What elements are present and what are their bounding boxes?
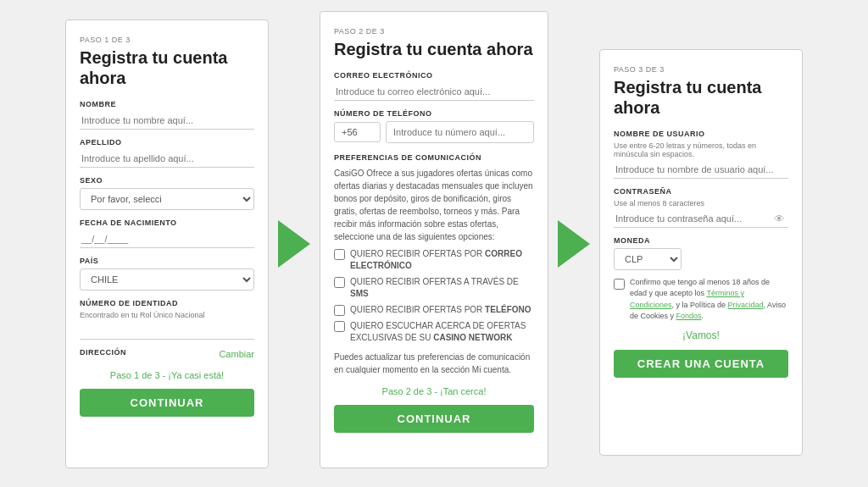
main-container: PASO 1 DE 3 Registra tu cuenta ahora NOM… [0,0,868,487]
username-input[interactable] [614,161,788,179]
checkbox-network-label: QUIERO ESCUCHAR ACERCA DE OFERTAS EXCLUS… [350,320,534,344]
username-label: NOMBRE DE USUARIO [614,130,788,138]
identidad-label: NÚMERO DE IDENTIDAD [80,299,254,307]
checkbox-email-row: QUIERO RECIBIR OFERTAS POR CORREO ELECTR… [334,248,534,272]
step3-crear-button[interactable]: CREAR UNA CUENTA [614,350,788,378]
username-hint: Use entre 6-20 letras y números, todas e… [614,141,788,158]
password-hint: Use al menos 8 caracteres [614,199,788,208]
arrow2-icon [558,220,590,268]
sexo-select[interactable]: Por favor, selecci [80,188,254,210]
checkbox-sms-row: QUIERO RECIBIR OFERTAS A TRAVÉS DE SMS [334,276,534,300]
moneda-select[interactable]: CLP [614,248,682,270]
pais-select[interactable]: CHILE [80,268,254,291]
checkbox-sms[interactable] [334,277,345,288]
step3-label: PASO 3 DE 3 [614,65,788,74]
email-input[interactable] [334,83,534,101]
phone-prefix: +56 [334,122,381,142]
password-input[interactable] [614,210,788,228]
confirm-row: Confirmo que tengo al menos 18 años de e… [614,277,788,323]
cambiar-link[interactable]: Cambiar [219,349,254,359]
confirm-checkbox[interactable] [614,279,625,290]
checkbox-network-row: QUIERO ESCUCHAR ACERCA DE OFERTAS EXCLUS… [334,320,534,344]
pais-label: PAÍS [80,257,254,265]
step1-continuar-button[interactable]: CONTINUAR [80,389,254,417]
fondos-link[interactable]: Fondos [676,312,702,320]
nombre-label: NOMBRE [80,100,254,108]
step2-card: PASO 2 DE 3 Registra tu cuenta ahora COR… [320,11,548,468]
password-label: CONTRASEÑA [614,187,788,196]
checkbox-email[interactable] [334,249,345,260]
apellido-label: APELLIDO [80,138,254,147]
eye-icon[interactable]: 👁 [774,213,785,225]
identidad-hint: Encontrado en tu Rol Único Nacional [80,311,254,319]
vamos-link[interactable]: ¡Vamos! [614,329,788,341]
step2-bottom-link: Paso 2 de 3 - ¡Tan cerca! [334,386,534,396]
nombre-input[interactable] [80,112,254,130]
checkbox-phone[interactable] [334,305,345,316]
checkbox-phone-label: QUIERO RECIBIR OFERTAS POR TELÉFONO [350,304,531,316]
password-field-row: 👁 [614,210,788,228]
step2-label: PASO 2 DE 3 [334,27,534,36]
step2-continuar-button[interactable]: CONTINUAR [334,405,534,433]
checkbox-phone-row: QUIERO RECIBIR OFERTAS POR TELÉFONO [334,304,534,316]
confirm-text: Confirmo que tengo al menos 18 años de e… [630,277,788,323]
phone-label: NÚMERO DE TELÉFONO [334,109,534,118]
pref-title: PREFERENCIAS DE COMUNICACIÓN [334,153,534,162]
fecha-input[interactable] [80,230,254,248]
arrow2-container [548,220,599,268]
pref-footer: Puedes actualizar tus preferencias de co… [334,351,534,376]
checkbox-sms-label: QUIERO RECIBIR OFERTAS A TRAVÉS DE SMS [350,276,534,300]
step2-title: Registra tu cuenta ahora [334,39,534,59]
step1-title: Registra tu cuenta ahora [80,47,254,88]
arrow1-icon [278,220,310,268]
sexo-label: SEXO [80,176,254,185]
checkbox-email-label: QUIERO RECIBIR OFERTAS POR CORREO ELECTR… [350,248,534,272]
arrow1-container [269,220,320,268]
apellido-input[interactable] [80,150,254,168]
phone-row: +56 [334,121,534,143]
fecha-label: FECHA DE NACIMIENTO [80,219,254,227]
step1-card: PASO 1 DE 3 Registra tu cuenta ahora NOM… [65,19,269,468]
step1-label: PASO 1 DE 3 [80,36,254,44]
step3-title: Registra tu cuenta ahora [614,77,788,118]
phone-input[interactable] [386,121,534,143]
direccion-row: DIRECCIÓN Cambiar [80,348,254,360]
email-label: CORREO ELECTRÓNICO [334,71,534,80]
step3-card: PASO 3 DE 3 Registra tu cuenta ahora NOM… [599,49,803,456]
step1-bottom-link: Paso 1 de 3 - ¡Ya casi está! [80,370,254,380]
identidad-input[interactable] [80,322,254,340]
privacy-link[interactable]: Privacidad [728,301,764,309]
checkbox-network[interactable] [334,321,345,332]
moneda-label: MONEDA [614,236,788,245]
pref-description: CasiGO Ofrece a sus jugadores ofertas ún… [334,167,534,243]
direccion-label: DIRECCIÓN [80,348,126,357]
